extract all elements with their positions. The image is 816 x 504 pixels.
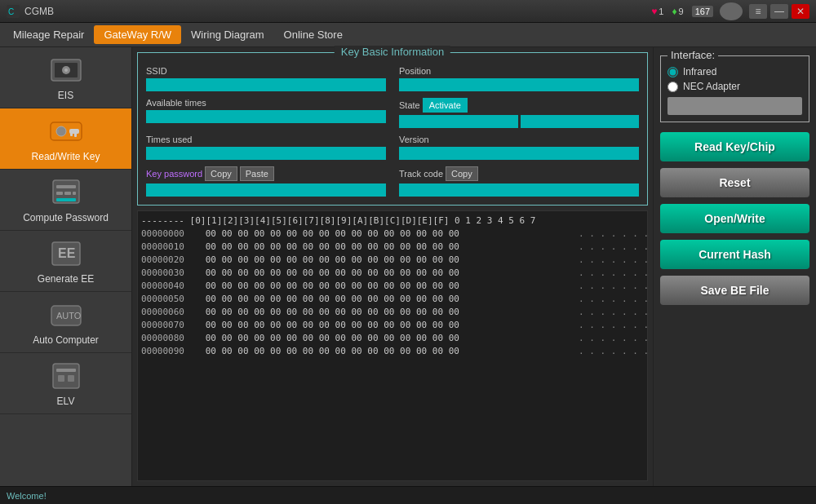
menu-wiring-diagram[interactable]: Wiring Diagram [181, 25, 274, 44]
times-used-input[interactable] [146, 147, 386, 160]
stat-hearts: ♥ 1 [651, 6, 663, 17]
svg-point-7 [56, 126, 66, 136]
close-button[interactable]: ✕ [792, 4, 809, 19]
hex-ascii: . . . . . . . . [579, 254, 644, 267]
hex-addr: 00000090 [141, 345, 200, 358]
sidebar-label-generate-ee: Generate EE [38, 273, 94, 285]
sidebar-item-generate-ee[interactable]: EE Generate EE [0, 231, 131, 292]
version-label: Version [399, 135, 639, 144]
current-hash-button[interactable]: Current Hash [660, 240, 809, 269]
hex-ascii: . . . . . . . . [579, 319, 644, 332]
hex-bytes: 00 00 00 00 00 00 00 00 00 00 00 00 00 0… [206, 306, 568, 319]
hex-row: 00000030 00 00 00 00 00 00 00 00 00 00 0… [141, 267, 644, 280]
hex-ascii: . . . . . . . . [579, 228, 644, 241]
sidebar-label-readwrite-key: Read/Write Key [32, 151, 100, 162]
key-password-input[interactable] [146, 183, 386, 197]
key-password-field: Key password Copy Paste [146, 166, 386, 197]
read-key-chip-button[interactable]: Read Key/Chip [660, 132, 809, 161]
menu-online-store[interactable]: Online Store [274, 25, 353, 44]
hex-addr: 00000020 [141, 254, 200, 267]
track-code-input[interactable] [399, 183, 639, 197]
infrared-radio[interactable] [667, 67, 678, 77]
hex-ascii: . . . . . . . . [579, 280, 644, 293]
sidebar-item-elv[interactable]: ELV [0, 353, 131, 414]
sidebar-item-eis[interactable]: EIS [0, 47, 131, 108]
stat-diamonds: ♦ 9 [672, 6, 683, 17]
hex-addr: 00000030 [141, 267, 200, 280]
app-title: CGMB [24, 6, 651, 17]
nec-adapter-label: NEC Adapter [683, 81, 740, 92]
open-write-button[interactable]: Open/Write [660, 204, 809, 233]
available-times-label: Available times [146, 98, 386, 108]
elv-icon [47, 360, 86, 392]
menu-button[interactable]: ≡ [749, 4, 767, 19]
svg-rect-14 [64, 192, 71, 195]
infrared-label: Infrared [683, 66, 716, 77]
heart-icon: ♥ [651, 6, 657, 17]
sidebar-item-compute-password[interactable]: Compute Password [0, 170, 131, 231]
hex-addr: 00000070 [141, 319, 200, 332]
heart-value: 1 [659, 7, 663, 16]
menu-mileage-repair[interactable]: Mileage Repair [3, 25, 94, 44]
key-basic-info-title: Key Basic Information [335, 46, 450, 58]
available-times-input[interactable] [146, 110, 386, 123]
svg-rect-12 [56, 185, 76, 188]
hex-bytes: 00 00 00 00 00 00 00 00 00 00 00 00 00 0… [206, 319, 568, 332]
hex-row: 00000050 00 00 00 00 00 00 00 00 00 00 0… [141, 293, 644, 306]
hex-rows-container: 00000000 00 00 00 00 00 00 00 00 00 00 0… [141, 228, 644, 358]
hex-row: 00000080 00 00 00 00 00 00 00 00 00 00 0… [141, 332, 644, 345]
hex-bytes: 00 00 00 00 00 00 00 00 00 00 00 00 00 0… [206, 267, 568, 280]
hex-addr: 00000080 [141, 332, 200, 345]
hex-row: 00000010 00 00 00 00 00 00 00 00 00 00 0… [141, 241, 644, 254]
available-times-field: Available times [146, 98, 386, 128]
hex-addr: 00000000 [141, 228, 200, 241]
key-password-label-row: Key password Copy Paste [146, 166, 386, 181]
track-code-copy-button[interactable]: Copy [446, 166, 478, 181]
sidebar-item-readwrite-key[interactable]: Read/Write Key [0, 108, 131, 170]
svg-rect-22 [56, 369, 76, 372]
save-be-file-button[interactable]: Save BE File [660, 276, 809, 305]
track-code-field: Track code Copy [399, 166, 639, 197]
interface-input[interactable] [667, 97, 802, 115]
svg-text:C: C [8, 7, 14, 16]
svg-rect-21 [53, 364, 79, 388]
state-input-2[interactable] [521, 115, 640, 128]
interface-box: Interface: Infrared NEC Adapter [660, 55, 809, 122]
svg-rect-10 [70, 133, 73, 136]
menu-bar: Mileage Repair GateWay R/W Wiring Diagra… [0, 23, 816, 47]
num-box: 167 [692, 6, 713, 17]
sidebar-label-eis: EIS [58, 90, 73, 101]
avatar [720, 2, 743, 20]
hex-row: 00000040 00 00 00 00 00 00 00 00 00 00 0… [141, 280, 644, 293]
sidebar: EIS Read/Write Key [0, 47, 132, 486]
position-input[interactable] [399, 78, 639, 91]
activate-button[interactable]: Activate [423, 98, 468, 113]
hex-ascii: . . . . . . . . [579, 293, 644, 306]
ssid-input[interactable] [146, 78, 386, 91]
times-used-label: Times used [146, 135, 386, 144]
nec-adapter-radio-row[interactable]: NEC Adapter [667, 81, 802, 92]
hex-row: 00000020 00 00 00 00 00 00 00 00 00 00 0… [141, 254, 644, 267]
sidebar-item-auto-computer[interactable]: AUTO Auto Computer [0, 292, 131, 353]
hex-row: 00000070 00 00 00 00 00 00 00 00 00 00 0… [141, 319, 644, 332]
svg-rect-23 [58, 375, 64, 382]
hex-row: 00000000 00 00 00 00 00 00 00 00 00 00 0… [141, 228, 644, 241]
nec-adapter-radio[interactable] [667, 82, 678, 92]
hex-row: 00000090 00 00 00 00 00 00 00 00 00 00 0… [141, 345, 644, 358]
reset-button[interactable]: Reset [660, 168, 809, 197]
svg-rect-13 [56, 192, 63, 195]
diamond-value: 9 [679, 7, 684, 16]
svg-text:EE: EE [58, 246, 76, 260]
infrared-radio-row[interactable]: Infrared [667, 66, 802, 77]
hex-addr: 00000060 [141, 306, 200, 319]
state-input-1[interactable] [399, 115, 518, 128]
key-password-copy-button[interactable]: Copy [205, 166, 237, 181]
key-password-label: Key password [146, 169, 202, 179]
version-input[interactable] [399, 147, 639, 160]
track-code-label: Track code [399, 169, 443, 179]
hex-bytes: 00 00 00 00 00 00 00 00 00 00 00 00 00 0… [206, 332, 568, 345]
key-password-paste-button[interactable]: Paste [240, 166, 274, 181]
minimize-button[interactable]: — [770, 4, 788, 19]
menu-gateway-rw[interactable]: GateWay R/W [94, 25, 181, 44]
svg-rect-24 [68, 375, 74, 382]
